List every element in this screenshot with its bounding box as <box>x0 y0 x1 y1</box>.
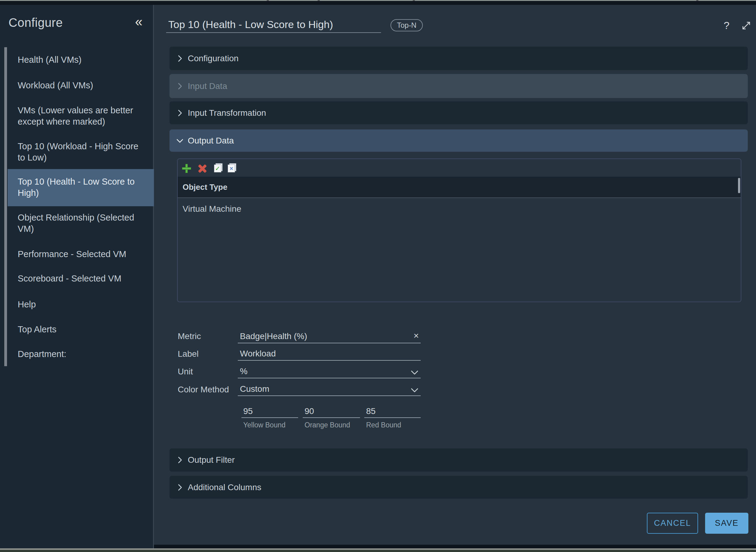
sidebar-item-scoreboard-selected-vm[interactable]: Scoreboard - Selected VM <box>8 271 154 286</box>
chevron-right-icon <box>176 54 184 62</box>
bottom-edge-strip <box>0 550 756 552</box>
orange-bound-value: 90 <box>305 406 314 416</box>
accordion-label: Additional Columns <box>188 482 261 492</box>
orange-bound-input[interactable]: 90 <box>303 406 360 418</box>
accordion-additional-columns[interactable]: Additional Columns <box>170 476 748 499</box>
metric-value: Badge|Health (%) <box>240 331 307 341</box>
grid-column-header[interactable]: Object Type <box>178 177 741 198</box>
accordion-output-data[interactable]: Output Data <box>170 129 748 152</box>
accordion-label: Configuration <box>188 53 239 63</box>
sidebar-title: Configure <box>9 16 63 29</box>
accordion-configuration[interactable]: Configuration <box>170 46 748 70</box>
red-bound-value: 85 <box>366 406 375 416</box>
metric-input[interactable]: Badge|Health (%) × <box>238 330 421 343</box>
accordion-input-data: Input Data <box>170 74 748 98</box>
accordion-label: Input Data <box>188 81 227 91</box>
label-value: Workload <box>240 349 276 359</box>
top-frame-bar <box>0 1 756 5</box>
grid-toolbar: ✓ × <box>178 159 741 177</box>
chevron-right-icon <box>176 109 184 117</box>
expand-dialog-icon[interactable] <box>741 21 751 30</box>
remove-icon[interactable] <box>198 164 207 173</box>
sidebar-item-top10-health-selected[interactable]: Top 10 (Health - Low Score to High) <box>8 169 154 206</box>
red-bound-caption: Red Bound <box>366 421 401 429</box>
unit-select[interactable]: % <box>238 366 421 378</box>
unit-field-label: Unit <box>178 367 193 377</box>
accordion-output-filter[interactable]: Output Filter <box>170 448 748 471</box>
grid-cell-object-type: Virtual Machine <box>183 204 241 214</box>
widget-type-badge: Top-N <box>391 19 423 31</box>
chevron-right-icon <box>176 456 184 464</box>
yellow-bound-caption: Yellow Bound <box>243 421 286 429</box>
sidebar-item-top-alerts[interactable]: Top Alerts <box>8 322 154 337</box>
accordion-label: Input Transformation <box>188 108 266 118</box>
label-field-label: Label <box>178 349 199 359</box>
widget-title-input[interactable]: Top 10 (Health - Low Score to High) <box>166 18 381 33</box>
check-all-icon[interactable]: ✓ <box>214 164 222 172</box>
sidebar-item-help[interactable]: Help <box>8 297 154 312</box>
grid-row-virtual-machine[interactable]: Virtual Machine <box>178 198 741 219</box>
chevron-right-icon <box>176 82 184 90</box>
sidebar-item-health-all-vms[interactable]: Health (All VMs) <box>8 52 154 67</box>
sidebar-item-department[interactable]: Department: <box>8 347 154 362</box>
orange-bound-caption: Orange Bound <box>305 421 350 429</box>
accordion-input-transformation[interactable]: Input Transformation <box>170 102 748 124</box>
color-method-field-label: Color Method <box>178 385 229 395</box>
add-icon[interactable] <box>182 164 191 173</box>
color-method-select[interactable]: Custom <box>238 384 421 396</box>
grid-scrollbar-thumb[interactable] <box>738 178 740 193</box>
unit-value: % <box>240 367 247 376</box>
accordion-label: Output Filter <box>188 455 235 465</box>
chevron-down-icon <box>176 137 184 145</box>
sidebar-scroll-rail[interactable] <box>4 47 7 366</box>
metric-field-label: Metric <box>178 331 201 341</box>
sidebar-item-top10-workload[interactable]: Top 10 (Workload - High Score to Low) <box>8 139 154 165</box>
clear-metric-icon[interactable]: × <box>413 331 419 340</box>
color-method-value: Custom <box>240 384 269 394</box>
sidebar-item-workload-all-vms[interactable]: Workload (All VMs) <box>8 78 154 93</box>
label-input[interactable]: Workload <box>238 348 421 361</box>
sidebar-item-object-relationship[interactable]: Object Relationship (Selected VM) <box>8 210 154 236</box>
uncheck-all-icon[interactable]: × <box>228 164 236 172</box>
bottom-frame-bar <box>154 545 756 548</box>
sidebar-item-vms-lower-values[interactable]: VMs (Lower values are better except wher… <box>8 103 154 129</box>
yellow-bound-value: 95 <box>243 406 253 416</box>
widget-title-text: Top 10 (Health - Low Score to High) <box>168 19 333 30</box>
accordion-label: Output Data <box>188 136 234 146</box>
chevron-down-icon <box>410 370 419 375</box>
widget-configure-dialog: Configure « Health (All VMs) Workload (A… <box>0 0 756 552</box>
yellow-bound-input[interactable]: 95 <box>241 406 298 418</box>
help-icon[interactable]: ? <box>724 19 730 31</box>
sidebar-item-performance-selected-vm[interactable]: Performance - Selected VM <box>8 247 154 262</box>
column-header-object-type: Object Type <box>183 182 227 192</box>
chevron-down-icon <box>410 388 419 393</box>
cancel-button[interactable]: CANCEL <box>647 513 698 534</box>
chevron-right-icon <box>176 484 184 492</box>
collapse-sidebar-icon[interactable]: « <box>135 14 142 29</box>
save-button[interactable]: SAVE <box>705 513 748 534</box>
red-bound-input[interactable]: 85 <box>364 406 421 418</box>
object-type-grid-panel: ✓ × Object Type Virtual Machine <box>177 158 741 302</box>
